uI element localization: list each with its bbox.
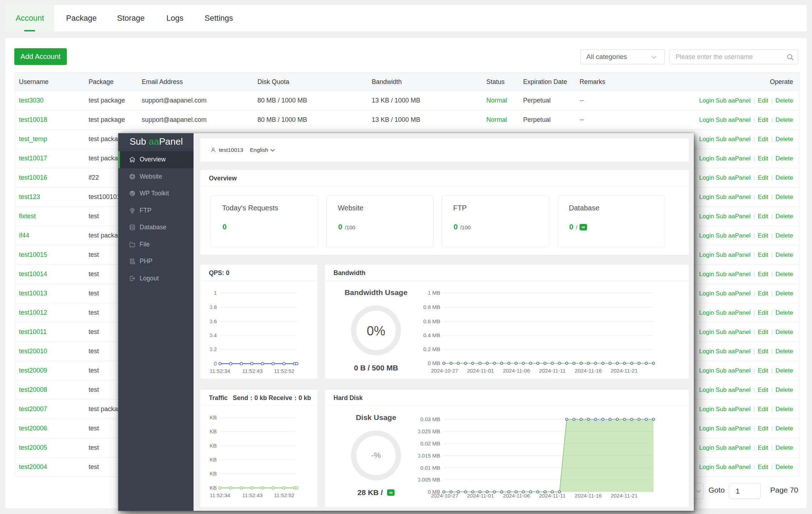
- svg-text:0: 0: [214, 360, 217, 366]
- svg-text:KB: KB: [210, 485, 217, 491]
- svg-text:0.01 MB: 0.01 MB: [420, 465, 440, 471]
- svg-text:0.2 MB: 0.2 MB: [423, 346, 440, 352]
- svg-text:2024-10-27: 2024-10-27: [431, 368, 458, 374]
- svg-text:KB: KB: [210, 470, 217, 476]
- svg-text:2024-11-01: 2024-11-01: [467, 368, 494, 374]
- svg-text:11:52:52: 11:52:52: [274, 368, 294, 374]
- svg-text:0.8: 0.8: [210, 304, 217, 310]
- svg-text:2024-10-27: 2024-10-27: [431, 493, 458, 499]
- svg-text:2024-11-06: 2024-11-06: [503, 493, 530, 499]
- svg-text:0 MB: 0 MB: [428, 360, 440, 366]
- svg-text:2024-11-21: 2024-11-21: [611, 493, 638, 499]
- svg-text:2024-11-11: 2024-11-11: [539, 368, 566, 374]
- svg-text:0.6 MB: 0.6 MB: [423, 318, 440, 324]
- svg-text:KB: KB: [210, 428, 217, 434]
- svg-text:2024-11-11: 2024-11-11: [539, 493, 566, 499]
- svg-text:0.025 MB: 0.025 MB: [418, 428, 440, 434]
- svg-text:1 MB: 1 MB: [428, 290, 440, 296]
- svg-text:0.015 MB: 0.015 MB: [418, 453, 440, 459]
- svg-text:0.03 MB: 0.03 MB: [420, 416, 440, 422]
- svg-text:2024-11-16: 2024-11-16: [575, 368, 602, 374]
- svg-text:KB: KB: [210, 456, 217, 463]
- svg-text:1: 1: [214, 290, 217, 296]
- svg-text:2024-11-06: 2024-11-06: [503, 368, 530, 374]
- svg-text:0.005 MB: 0.005 MB: [418, 476, 440, 483]
- svg-text:11:52:34: 11:52:34: [210, 492, 230, 498]
- svg-text:0.4 MB: 0.4 MB: [423, 332, 440, 338]
- svg-text:11:52:43: 11:52:43: [242, 368, 262, 374]
- svg-text:0.8 MB: 0.8 MB: [423, 304, 440, 310]
- svg-text:KB: KB: [210, 443, 217, 449]
- svg-text:11:52:43: 11:52:43: [242, 492, 262, 498]
- svg-text:0.02 MB: 0.02 MB: [420, 440, 440, 446]
- svg-text:2024-11-16: 2024-11-16: [575, 493, 602, 499]
- svg-text:KB: KB: [210, 414, 217, 420]
- svg-text:11:52:52: 11:52:52: [274, 492, 294, 498]
- svg-text:0.6: 0.6: [210, 318, 217, 324]
- svg-text:2024-11-21: 2024-11-21: [611, 368, 638, 374]
- svg-text:0.4: 0.4: [210, 332, 217, 338]
- svg-text:2024-11-01: 2024-11-01: [467, 493, 494, 499]
- svg-text:11:52:34: 11:52:34: [210, 368, 230, 374]
- svg-text:0.2: 0.2: [210, 346, 217, 352]
